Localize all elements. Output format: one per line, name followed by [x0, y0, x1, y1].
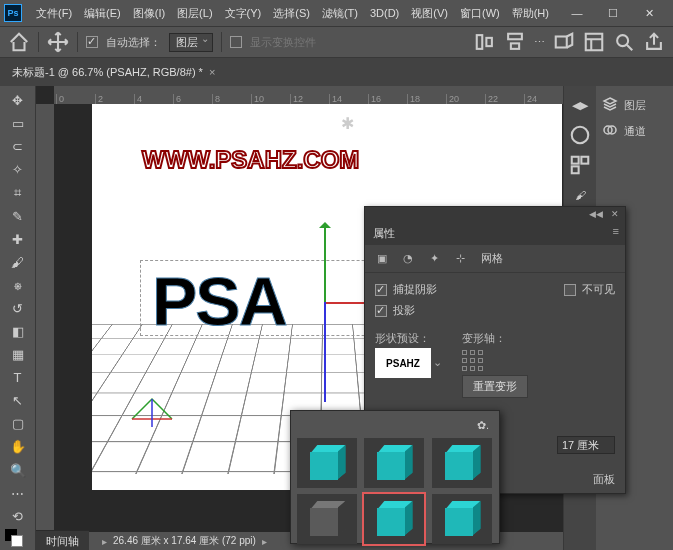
preset-5-selected[interactable]: [364, 494, 424, 544]
menu-filter[interactable]: 滤镜(T): [316, 3, 364, 24]
share-icon[interactable]: [643, 31, 665, 53]
auto-select-dropdown[interactable]: 图层: [169, 33, 213, 52]
type-tool[interactable]: T: [5, 367, 31, 388]
gear-icon[interactable]: ✿.: [477, 419, 489, 432]
lasso-tool[interactable]: ⊂: [5, 136, 31, 157]
document-tab[interactable]: 未标题-1 @ 66.7% (PSAHZ, RGB/8#) *: [12, 65, 203, 80]
axis-y-icon[interactable]: [324, 224, 326, 304]
axis-z-icon[interactable]: [324, 302, 326, 402]
move-tool[interactable]: ✥: [5, 90, 31, 111]
move-tool-icon[interactable]: [47, 31, 69, 53]
shape-preset-thumbnail[interactable]: PSAHZ: [375, 348, 431, 378]
healing-tool[interactable]: ✚: [5, 229, 31, 250]
mesh-tab-label[interactable]: 网格: [481, 251, 503, 266]
menu-window[interactable]: 窗口(W): [454, 3, 506, 24]
window-maximize-button[interactable]: ☐: [601, 7, 625, 20]
align-icon-2[interactable]: [504, 31, 526, 53]
window-close-button[interactable]: ✕: [637, 7, 661, 20]
options-bar: 自动选择： 图层 显示变换控件 ⋯: [0, 26, 673, 58]
channels-icon: [602, 122, 618, 140]
menu-image[interactable]: 图像(I): [127, 3, 171, 24]
menu-select[interactable]: 选择(S): [267, 3, 316, 24]
watermark-text: WWW.PSAHZ.COM: [142, 146, 359, 174]
svg-rect-9: [581, 157, 588, 164]
menu-file[interactable]: 文件(F): [30, 3, 78, 24]
canvas-dimensions: 26.46 厘米 x 17.64 厘米 (72 ppi): [113, 534, 256, 548]
path-tool[interactable]: ↖: [5, 390, 31, 411]
invisible-label: 不可见: [582, 282, 615, 297]
cap-tab-icon[interactable]: ✦: [425, 250, 443, 268]
channels-label: 通道: [624, 124, 646, 139]
auto-select-checkbox[interactable]: [86, 36, 98, 48]
timeline-tab[interactable]: 时间轴: [36, 530, 89, 550]
preset-4[interactable]: [297, 494, 357, 544]
panel-button[interactable]: 面板: [593, 472, 615, 487]
menu-help[interactable]: 帮助(H): [506, 3, 555, 24]
catch-shadow-checkbox[interactable]: [375, 284, 387, 296]
align-icon-1[interactable]: [474, 31, 496, 53]
coord-tab-icon[interactable]: ⊹: [451, 250, 469, 268]
mesh-tab-icon[interactable]: ▣: [373, 250, 391, 268]
layers-label: 图层: [624, 98, 646, 113]
dimension-input[interactable]: [557, 436, 615, 454]
menu-layer[interactable]: 图层(L): [171, 3, 218, 24]
brush-panel-icon[interactable]: 🖌: [569, 184, 591, 206]
invisible-checkbox[interactable]: [564, 284, 576, 296]
magic-wand-tool[interactable]: ✧: [5, 159, 31, 180]
preset-2[interactable]: [364, 438, 424, 488]
chevron-down-icon[interactable]: ⌄: [433, 356, 442, 369]
panel-menu-icon[interactable]: ≡: [613, 225, 619, 237]
more-tools[interactable]: ⋯: [5, 483, 31, 504]
marquee-tool[interactable]: ▭: [5, 113, 31, 134]
3d-text-object[interactable]: PSA: [152, 262, 286, 340]
crop-tool[interactable]: ⌗: [5, 182, 31, 203]
secondary-gizmo[interactable]: [122, 389, 182, 429]
show-transform-label: 显示变换控件: [250, 35, 316, 50]
zoom-tool[interactable]: 🔍: [5, 460, 31, 481]
tools-panel: ✥ ▭ ⊂ ✧ ⌗ ✎ ✚ 🖌 ⎈ ↺ ◧ ▦ T ↖ ▢ ✋ 🔍 ⋯ ⟲: [0, 86, 36, 550]
menu-view[interactable]: 视图(V): [405, 3, 454, 24]
menu-type[interactable]: 文字(Y): [219, 3, 268, 24]
color-swap[interactable]: ⟲: [5, 506, 31, 527]
preset-3[interactable]: [432, 438, 492, 488]
shape-tool[interactable]: ▢: [5, 413, 31, 434]
collapse-icon[interactable]: ◀▶: [569, 94, 591, 116]
properties-header[interactable]: 属性 ≡: [365, 221, 625, 245]
deform-axis-grid[interactable]: [462, 350, 528, 371]
shape-preset-label: 形状预设：: [375, 331, 442, 346]
swatches-panel-icon[interactable]: [569, 154, 591, 176]
cast-shadow-checkbox[interactable]: [375, 305, 387, 317]
app-logo: Ps: [4, 4, 22, 22]
history-brush-tool[interactable]: ↺: [5, 298, 31, 319]
show-transform-checkbox[interactable]: [230, 36, 242, 48]
layers-panel-tab[interactable]: 图层: [600, 92, 669, 118]
document-tab-bar: 未标题-1 @ 66.7% (PSAHZ, RGB/8#) * ×: [0, 58, 673, 86]
eyedropper-tool[interactable]: ✎: [5, 205, 31, 226]
svg-rect-1: [486, 38, 492, 46]
eraser-tool[interactable]: ◧: [5, 321, 31, 342]
deform-tab-icon[interactable]: ◔: [399, 250, 417, 268]
layers-icon: [602, 96, 618, 114]
search-icon[interactable]: [613, 31, 635, 53]
color-swatch[interactable]: [5, 529, 31, 550]
menu-edit[interactable]: 编辑(E): [78, 3, 127, 24]
svg-rect-3: [511, 43, 519, 49]
hand-tool[interactable]: ✋: [5, 436, 31, 457]
shape-presets-popup[interactable]: ✿.: [290, 410, 500, 544]
menu-3d[interactable]: 3D(D): [364, 4, 405, 22]
window-minimize-button[interactable]: —: [565, 7, 589, 20]
color-panel-icon[interactable]: [569, 124, 591, 146]
reset-deform-button[interactable]: 重置变形: [462, 375, 528, 398]
gradient-tool[interactable]: ▦: [5, 344, 31, 365]
tab-close-icon[interactable]: ×: [209, 66, 215, 78]
brush-tool[interactable]: 🖌: [5, 252, 31, 273]
preset-6[interactable]: [432, 494, 492, 544]
stamp-tool[interactable]: ⎈: [5, 275, 31, 296]
preset-1[interactable]: [297, 438, 357, 488]
svg-rect-2: [508, 34, 522, 40]
workspace-icon[interactable]: [583, 31, 605, 53]
home-icon[interactable]: [8, 31, 30, 53]
svg-rect-4: [556, 37, 567, 48]
channels-panel-tab[interactable]: 通道: [600, 118, 669, 144]
3d-mode-icon[interactable]: [553, 31, 575, 53]
